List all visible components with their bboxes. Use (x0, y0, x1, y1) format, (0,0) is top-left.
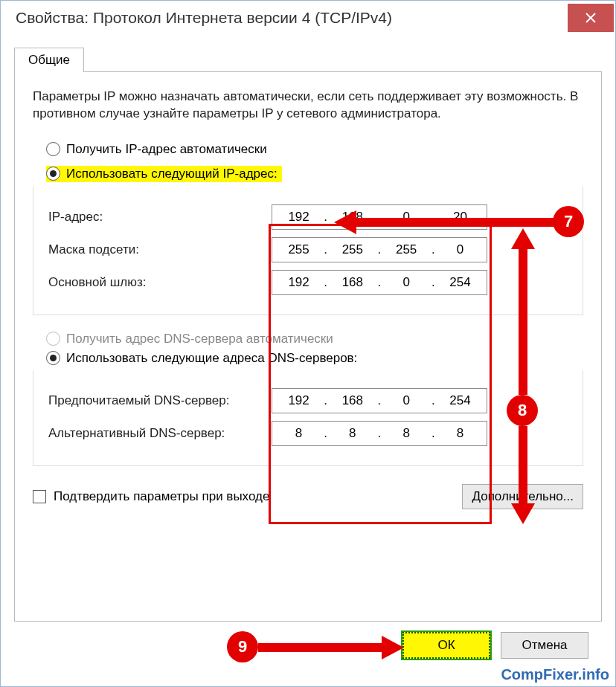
radio-icon-selected (46, 351, 60, 365)
confirm-label: Подтвердить параметры при выходе (54, 489, 269, 504)
preferred-dns-row: Предпочитаемый DNS-сервер: 192. 168. 0. … (48, 388, 568, 413)
gateway-input[interactable]: 192. 168. 0. 254 (272, 270, 487, 295)
window-title: Свойства: Протокол Интернета версии 4 (T… (16, 9, 568, 27)
alternate-dns-input[interactable]: 8. 8. 8. 8 (272, 421, 487, 446)
client-area: Общие Параметры IP можно назначать автом… (1, 35, 615, 669)
preferred-dns-label: Предпочитаемый DNS-сервер: (48, 393, 272, 408)
titlebar: Свойства: Протокол Интернета версии 4 (T… (1, 1, 615, 35)
watermark: CompFixer.info (501, 666, 609, 683)
preferred-dns-input[interactable]: 192. 168. 0. 254 (272, 388, 487, 413)
ip-address-input[interactable]: 192. 168. 0. 20 (272, 204, 487, 230)
dialog-window: Свойства: Протокол Интернета версии 4 (T… (0, 0, 616, 687)
confirm-row: Подтвердить параметры при выходе Дополни… (33, 484, 583, 509)
radio-dns-manual-row[interactable]: Использовать следующие адреса DNS-сервер… (46, 351, 583, 366)
radio-dns-auto-row: Получить адрес DNS-сервера автоматически (46, 332, 583, 346)
subnet-mask-input[interactable]: 255. 255. 255. 0 (272, 237, 487, 262)
dns-fields-group: Предпочитаемый DNS-сервер: 192. 168. 0. … (33, 370, 583, 466)
radio-icon-selected (46, 167, 60, 181)
radio-dns-auto-label: Получить адрес DNS-сервера автоматически (66, 332, 333, 346)
radio-icon-disabled (46, 332, 60, 346)
radio-ip-manual-row[interactable]: Использовать следующий IP-адрес: (46, 166, 282, 182)
close-button[interactable] (568, 4, 614, 32)
tab-strip: Общие (14, 47, 602, 71)
gateway-label: Основной шлюз: (48, 275, 272, 290)
close-icon (585, 10, 596, 27)
gateway-row: Основной шлюз: 192. 168. 0. 254 (48, 270, 568, 295)
ip-address-row: IP-адрес: 192. 168. 0. 20 (48, 204, 568, 230)
description-text: Параметры IP можно назначать автоматичес… (33, 88, 583, 123)
tab-panel: Параметры IP можно назначать автоматичес… (14, 71, 602, 622)
subnet-mask-label: Маска подсети: (48, 242, 272, 257)
confirm-checkbox[interactable] (33, 490, 46, 503)
dialog-buttons: ОК Отмена (14, 622, 602, 669)
cancel-button[interactable]: Отмена (501, 632, 588, 659)
radio-ip-auto-row[interactable]: Получить IP-адрес автоматически (46, 142, 583, 157)
radio-ip-auto-label: Получить IP-адрес автоматически (66, 142, 267, 157)
ip-fields-group: IP-адрес: 192. 168. 0. 20 Маска подсети:… (33, 187, 583, 315)
radio-icon (46, 142, 60, 156)
tab-general[interactable]: Общие (14, 48, 84, 72)
radio-ip-manual-label: Использовать следующий IP-адрес: (66, 167, 277, 181)
subnet-mask-row: Маска подсети: 255. 255. 255. 0 (48, 237, 568, 262)
radio-dns-manual-label: Использовать следующие адреса DNS-сервер… (66, 351, 357, 366)
alternate-dns-row: Альтернативный DNS-сервер: 8. 8. 8. 8 (48, 421, 568, 446)
ip-address-label: IP-адрес: (48, 210, 272, 225)
advanced-button[interactable]: Дополнительно... (462, 484, 583, 509)
alternate-dns-label: Альтернативный DNS-сервер: (48, 426, 272, 441)
ok-button[interactable]: ОК (402, 632, 490, 659)
